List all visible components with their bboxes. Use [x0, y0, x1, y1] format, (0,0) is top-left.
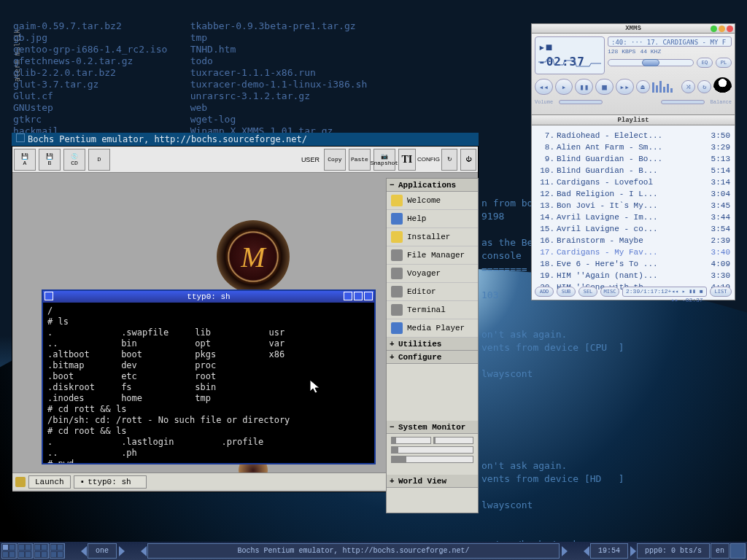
pager-4[interactable] [50, 543, 65, 559]
playlist-row[interactable]: 16.Brainstorm - Maybe2:39 [536, 235, 730, 246]
terminal-menu-button[interactable] [44, 292, 53, 300]
xmms-play-button[interactable]: ▸ [555, 79, 573, 95]
xmms-playlist-titlebar[interactable]: Playlist [531, 115, 735, 125]
shelf-item-label: Voyager [407, 269, 441, 278]
waveform-icon [538, 58, 601, 71]
xmms-close-button[interactable] [727, 26, 733, 32]
xmms-eq-button[interactable]: EQ [697, 58, 713, 68]
keyboard-layout[interactable]: en [711, 543, 729, 559]
play-status-icon: ▸■ [538, 42, 552, 55]
xmms-visualizer[interactable]: ▸■ -02:37 [535, 36, 605, 74]
playlist-row[interactable]: 19.HIM ''Again (nant)...3:30 [536, 270, 730, 281]
drive-a-button[interactable]: 💾A [14, 149, 36, 171]
shelf-item-terminal[interactable]: Terminal [387, 301, 478, 319]
xmms-pause-button[interactable]: ▮▮ [575, 79, 593, 95]
playlist-row[interactable]: 7.Radiohead - Elelect...3:50 [536, 130, 730, 141]
reset-button[interactable]: ↻ [441, 149, 457, 171]
xmms-track-scroll[interactable]: :40: ··· 17. CARDIGANS - MY F [608, 36, 732, 47]
xmms-window: XMMS ▸■ -02:37 :40: ··· 17. CARDIGANS - … [531, 23, 735, 300]
playlist-row[interactable]: 17.Cardigans - My Fav...3:40 [536, 246, 730, 258]
task-prev-button[interactable] [141, 546, 147, 556]
config-label: CONFIG [417, 156, 440, 163]
app-icon [391, 322, 403, 334]
dock-next-button[interactable] [119, 546, 125, 556]
xmms-pl-button[interactable]: PL [716, 58, 732, 68]
playlist-list-button[interactable]: LIST [710, 287, 732, 297]
terminal-min-button[interactable] [344, 292, 352, 300]
xmms-shuffle-button[interactable]: ⤮ [681, 80, 695, 93]
task-next-button[interactable] [562, 546, 568, 556]
terminal-icon: ▪ [80, 478, 85, 486]
playlist-row[interactable]: 10.Blind Guardian - B...5:14 [536, 165, 730, 176]
xmms-playlist: 7.Radiohead - Elelect...3:508.Alien Ant … [531, 125, 735, 300]
shelf-item-voyager[interactable]: Voyager [387, 265, 478, 283]
xmms-min-button[interactable] [711, 26, 717, 32]
playlist-row[interactable]: 11.Cardigans - Lovefool3:14 [536, 176, 730, 188]
playlist-row[interactable]: 18.Eve 6 - Here's To ...4:09 [536, 258, 730, 270]
shelf-item-welcome[interactable]: Welcome [387, 192, 478, 210]
shelf-item-installer[interactable]: Installer [387, 228, 478, 246]
xmms-eject-button[interactable]: ⏏ [636, 80, 650, 93]
balance-slider[interactable] [661, 100, 705, 104]
app-icon [391, 231, 403, 243]
shelf-header-worldview[interactable]: World View [387, 475, 478, 488]
svg-rect-1 [656, 85, 658, 93]
shelf-item-help[interactable]: Help [387, 210, 478, 228]
playlist-row[interactable]: 15.Avril Lavigne - co...3:54 [536, 223, 730, 235]
dock-prev-button[interactable] [81, 546, 87, 556]
xmms-titlebar[interactable]: XMMS [531, 23, 735, 34]
launch-icon [15, 477, 26, 487]
power-button[interactable]: ⏻ [460, 149, 476, 171]
pager-3[interactable] [34, 543, 49, 559]
playlist-add-button[interactable]: ADD [535, 287, 554, 297]
playlist-row[interactable]: 8.Alien Ant Farm - Sm...3:29 [536, 141, 730, 153]
playlist-misc-button[interactable]: MISC [600, 287, 619, 297]
terminal-max-button[interactable] [354, 292, 363, 300]
xmms-main-panel: ▸■ -02:37 :40: ··· 17. CARDIGANS - MY F … [531, 34, 735, 115]
playlist-sel-button[interactable]: SEL [578, 287, 597, 297]
drive-d-button[interactable]: D [88, 149, 110, 171]
shelf-header-utilities[interactable]: Utilities [387, 338, 478, 351]
xmms-seek-slider[interactable] [608, 59, 694, 66]
shelf-header-applications[interactable]: Applications [387, 179, 478, 192]
shelf-item-file-manager[interactable]: File Manager [387, 246, 478, 265]
xmms-prev-button[interactable]: ◂◂ [535, 79, 553, 95]
drive-b-button[interactable]: 💾B [39, 149, 61, 171]
paste-button[interactable]: Paste [349, 149, 371, 171]
terminal-close-button[interactable] [364, 292, 373, 300]
volume-slider[interactable] [559, 100, 603, 104]
taskbar-item-ttyp[interactable]: ▪ ttyp0: sh [74, 475, 147, 489]
snapshot-button[interactable]: 📷Snapshot [374, 149, 395, 171]
playlist-row[interactable]: 13.Bon Jovi - It`s My...3:45 [536, 200, 730, 211]
drive-cd-button[interactable]: 💿CD [63, 149, 85, 171]
xmms-next-button[interactable]: ▸▸ [616, 79, 634, 95]
app-icon [391, 195, 403, 206]
terminal-body[interactable]: / # ls . .swapfile lib usr .. bin opt va… [43, 303, 374, 463]
pager-1[interactable] [1, 543, 17, 559]
terminal-window: ttyp0: sh / # ls . .swapfile lib usr .. … [42, 289, 376, 464]
bochs-titlebar[interactable]: Bochs Pentium emulator, http://bochs.sou… [12, 133, 479, 146]
shelf-item-media-player[interactable]: Media Player [387, 319, 478, 338]
playlist-sub-button[interactable]: SUB [557, 287, 576, 297]
terminal-titlebar[interactable]: ttyp0: sh [43, 291, 374, 303]
shelf-header-configure[interactable]: Configure [387, 351, 478, 364]
shelf-item-label: Help [407, 214, 426, 223]
clock-next-icon [630, 546, 636, 556]
xmms-stop-button[interactable]: ■ [595, 79, 614, 95]
shelf-header-sysmon[interactable]: System Monitor [387, 421, 478, 434]
copy-button[interactable]: Copy [324, 149, 346, 171]
ti-button[interactable]: TI [398, 149, 416, 171]
xmms-repeat-button[interactable]: ↻ [697, 80, 711, 93]
playlist-row[interactable]: 12.Bad Religion - I L...3:04 [536, 188, 730, 200]
volume-label: Volume [535, 99, 553, 105]
launch-button[interactable]: Launch [28, 475, 71, 489]
desktop-name[interactable]: one [88, 543, 117, 559]
pager-2[interactable] [18, 543, 33, 559]
xmms-shade-button[interactable] [719, 26, 725, 32]
playlist-row[interactable]: 9.Blind Guardian - Bo...5:13 [536, 153, 730, 165]
shelf-item-label: File Manager [407, 251, 465, 260]
tray-icon[interactable] [730, 543, 746, 559]
active-window-title[interactable]: Bochs Pentium emulator, http://bochs.sou… [147, 543, 560, 559]
playlist-row[interactable]: 14.Avril Lavigne - Im...3:44 [536, 211, 730, 223]
shelf-item-editor[interactable]: Editor [387, 283, 478, 301]
